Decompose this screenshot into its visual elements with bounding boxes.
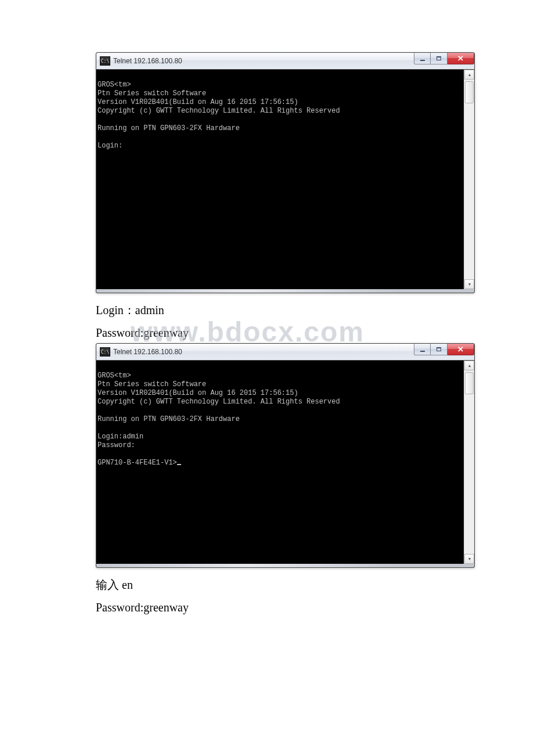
scroll-track[interactable]: [464, 370, 474, 554]
cursor: [177, 464, 181, 465]
maximize-button[interactable]: [431, 344, 448, 355]
terminal-output[interactable]: GROS<tm> Ptn Series switch Software Vers…: [96, 70, 464, 289]
window-edge: [96, 289, 474, 293]
terminal-window-2: C:\ Telnet 192.168.100.80 ✕ GROS<tm> Ptn…: [96, 343, 475, 568]
instruction-enable: 输入 en: [96, 577, 441, 593]
scroll-up-button[interactable]: ▴: [464, 70, 474, 80]
minimize-button[interactable]: [414, 53, 431, 64]
scroll-track[interactable]: [464, 80, 474, 279]
scroll-down-button[interactable]: ▾: [464, 554, 474, 564]
cmd-icon: C:\: [100, 347, 110, 357]
cmd-icon: C:\: [100, 56, 110, 66]
scrollbar[interactable]: ▴ ▾: [464, 70, 474, 289]
window-controls: ✕: [414, 344, 474, 355]
window-edge: [96, 564, 474, 567]
close-button[interactable]: ✕: [448, 344, 474, 355]
terminal-window-1: C:\ Telnet 192.168.100.80 ✕ GROS<tm> Ptn…: [96, 52, 475, 293]
title-bar[interactable]: C:\ Telnet 192.168.100.80 ✕: [96, 53, 474, 70]
window-controls: ✕: [414, 53, 474, 64]
close-button[interactable]: ✕: [448, 53, 474, 64]
instruction-password: Password:greenway: [96, 326, 441, 340]
scrollbar[interactable]: ▴ ▾: [464, 361, 474, 564]
scroll-up-button[interactable]: ▴: [464, 361, 474, 370]
terminal-output[interactable]: GROS<tm> Ptn Series switch Software Vers…: [96, 361, 464, 564]
scroll-thumb[interactable]: [465, 81, 474, 103]
window-title: Telnet 192.168.100.80: [113, 348, 182, 356]
scroll-down-button[interactable]: ▾: [464, 279, 474, 289]
instruction-login: Login：admin: [96, 303, 441, 318]
title-bar[interactable]: C:\ Telnet 192.168.100.80 ✕: [96, 344, 474, 361]
window-title: Telnet 192.168.100.80: [113, 57, 182, 65]
instruction-password-2: Password:greenway: [96, 601, 441, 614]
maximize-button[interactable]: [431, 53, 448, 64]
scroll-thumb[interactable]: [465, 372, 474, 394]
minimize-button[interactable]: [414, 344, 431, 355]
